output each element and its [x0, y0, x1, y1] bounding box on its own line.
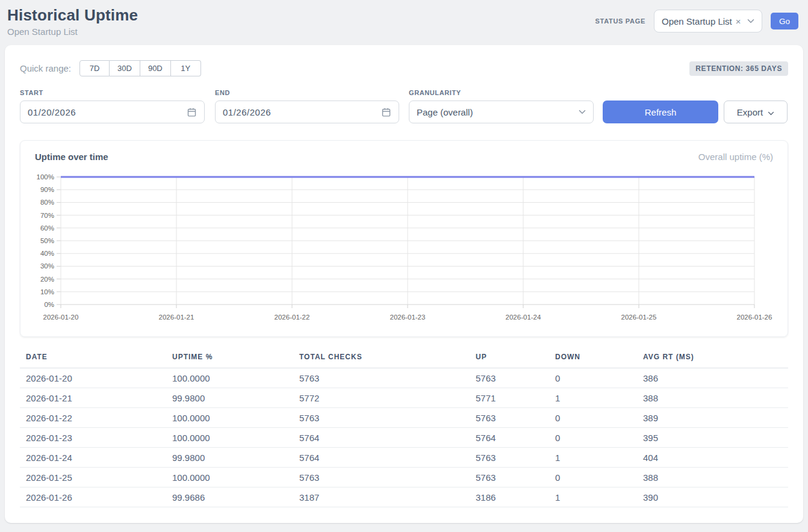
go-button[interactable]: Go	[771, 13, 798, 29]
refresh-button[interactable]: Refresh	[603, 101, 718, 123]
svg-text:2026-01-23: 2026-01-23	[390, 314, 426, 321]
cell-total-checks: 5763	[293, 368, 470, 388]
cell-total-checks: 5763	[293, 468, 470, 487]
svg-text:90%: 90%	[40, 186, 54, 193]
export-button[interactable]: Export	[724, 101, 788, 123]
page-subtitle: Open Startup List	[7, 26, 138, 37]
start-date-field: START 01/20/2026	[20, 89, 205, 123]
cell-date: 2026-01-20	[20, 368, 166, 388]
cell-uptime: 99.9800	[166, 388, 293, 408]
svg-text:60%: 60%	[40, 224, 54, 232]
status-page-select[interactable]: Open Startup List×	[654, 10, 762, 32]
status-page-label: STATUS PAGE	[595, 17, 645, 25]
end-date-input[interactable]: 01/26/2026	[215, 101, 399, 123]
svg-text:70%: 70%	[40, 212, 54, 219]
cell-up: 5763	[470, 408, 549, 428]
cell-up: 5764	[470, 428, 549, 448]
cell-avg-rt: 388	[637, 388, 788, 408]
uptime-table: DATE UPTIME % TOTAL CHECKS UP DOWN AVG R…	[20, 353, 788, 507]
col-header-uptime: UPTIME %	[166, 353, 293, 368]
cell-down: 1	[549, 487, 637, 507]
cell-date: 2026-01-25	[20, 468, 166, 487]
svg-text:80%: 80%	[40, 199, 54, 206]
svg-text:2026-01-21: 2026-01-21	[159, 314, 194, 321]
cell-date: 2026-01-21	[20, 388, 166, 408]
table-row: 2026-01-22100.0000576357630389	[20, 408, 788, 428]
export-button-label: Export	[737, 107, 763, 117]
table-row: 2026-01-23100.0000576457640395	[20, 428, 788, 448]
quick-range-label: Quick range:	[20, 63, 71, 73]
col-header-down: DOWN	[549, 353, 637, 368]
svg-text:2026-01-22: 2026-01-22	[275, 314, 310, 321]
cell-uptime: 100.0000	[166, 408, 293, 428]
col-header-avg-rt: AVG RT (MS)	[637, 353, 788, 368]
start-date-label: START	[20, 89, 205, 96]
calendar-icon[interactable]	[381, 107, 391, 117]
cell-total-checks: 5763	[293, 408, 470, 428]
cell-total-checks: 5764	[293, 428, 470, 448]
cell-down: 0	[549, 368, 637, 388]
cell-avg-rt: 386	[637, 368, 788, 388]
cell-up: 5771	[470, 388, 549, 408]
end-date-label: END	[215, 89, 399, 96]
cell-down: 0	[549, 428, 637, 448]
page-title: Historical Uptime	[7, 6, 138, 25]
quick-range-row: Quick range: 7D 30D 90D 1Y RETENTION: 36…	[20, 60, 788, 76]
cell-date: 2026-01-26	[20, 487, 166, 507]
cell-up: 5763	[470, 468, 549, 487]
svg-text:2026-01-25: 2026-01-25	[621, 314, 657, 321]
chart-legend: Overall uptime (%)	[698, 152, 773, 162]
col-header-up: UP	[470, 353, 549, 368]
cell-avg-rt: 395	[637, 428, 788, 448]
table-row: 2026-01-25100.0000576357630388	[20, 468, 788, 487]
calendar-icon[interactable]	[187, 107, 197, 117]
quick-range-segmented-control: 7D 30D 90D 1Y	[79, 60, 201, 76]
cell-uptime: 99.9686	[166, 487, 293, 507]
svg-text:0%: 0%	[44, 301, 54, 308]
cell-down: 0	[549, 408, 637, 428]
svg-text:10%: 10%	[40, 288, 54, 295]
quick-range-30d-button[interactable]: 30D	[110, 60, 140, 76]
cell-avg-rt: 390	[637, 487, 788, 507]
table-row: 2026-01-2199.9800577257711388	[20, 388, 788, 408]
cell-uptime: 100.0000	[166, 468, 293, 487]
end-date-field: END 01/26/2026	[215, 89, 399, 123]
cell-total-checks: 3187	[293, 487, 470, 507]
quick-range-7d-button[interactable]: 7D	[79, 60, 110, 76]
cell-avg-rt: 388	[637, 468, 788, 487]
uptime-chart-card: Uptime over time Overall uptime (%) 0%10…	[20, 140, 788, 337]
quick-range-1y-button[interactable]: 1Y	[171, 60, 201, 76]
quick-range-90d-button[interactable]: 90D	[140, 60, 171, 76]
col-header-total-checks: TOTAL CHECKS	[293, 353, 470, 368]
svg-text:2026-01-24: 2026-01-24	[506, 314, 541, 321]
quick-range-group: Quick range: 7D 30D 90D 1Y	[20, 60, 201, 76]
cell-up: 5763	[470, 448, 549, 468]
svg-text:100%: 100%	[37, 173, 54, 181]
cell-down: 1	[549, 448, 637, 468]
retention-badge: RETENTION: 365 DAYS	[689, 61, 788, 76]
chevron-down-icon	[747, 19, 754, 23]
cell-uptime: 100.0000	[166, 368, 293, 388]
cell-date: 2026-01-24	[20, 448, 166, 468]
chevron-down-icon	[579, 110, 586, 114]
table-row: 2026-01-2499.9800576457631404	[20, 448, 788, 468]
start-date-value: 01/20/2026	[28, 107, 76, 117]
granularity-select[interactable]: Page (overall)	[409, 101, 594, 123]
cell-date: 2026-01-23	[20, 428, 166, 448]
cell-uptime: 99.9800	[166, 448, 293, 468]
svg-text:30%: 30%	[40, 262, 54, 270]
uptime-line-chart: 0%10%20%30%40%50%60%70%80%90%100%2026-01…	[35, 172, 774, 327]
cell-uptime: 100.0000	[166, 428, 293, 448]
header-right: STATUS PAGE Open Startup List× Go	[595, 10, 798, 32]
cell-avg-rt: 404	[637, 448, 788, 468]
cell-total-checks: 5764	[293, 448, 470, 468]
status-page-selected-value: Open Startup List	[662, 16, 732, 26]
start-date-input[interactable]: 01/20/2026	[20, 101, 205, 123]
col-header-date: DATE	[20, 353, 166, 368]
chart-title: Uptime over time	[35, 152, 108, 162]
granularity-value: Page (overall)	[417, 107, 473, 117]
granularity-field: GRANULARITY Page (overall)	[409, 89, 594, 123]
cell-avg-rt: 389	[637, 408, 788, 428]
clear-selection-icon[interactable]: ×	[736, 17, 741, 26]
svg-text:40%: 40%	[40, 250, 54, 257]
